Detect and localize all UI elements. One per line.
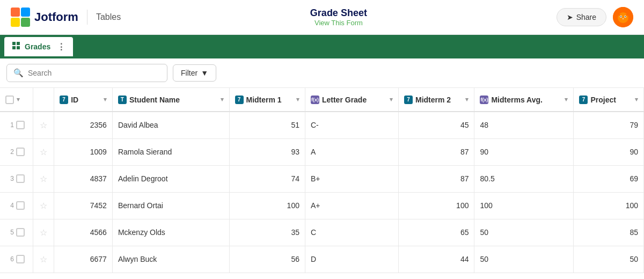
- cell-midterm2-3: 100: [399, 192, 474, 219]
- lettergrade-type-badge: f(x): [311, 96, 319, 104]
- cell-midtermsavg-3: 100: [474, 192, 574, 219]
- midtermsavg-sort-icon[interactable]: ▾: [565, 96, 568, 103]
- cell-name-5: Alwyn Buck: [112, 246, 229, 273]
- cell-project-5: 50: [574, 246, 644, 273]
- cell-midtermsavg-4: 50: [474, 219, 574, 246]
- cell-project-3: 100: [574, 192, 644, 219]
- col-header-project[interactable]: 7 Project ▾: [574, 88, 644, 112]
- row-num-3: 4: [5, 202, 14, 209]
- svg-rect-16: [17, 46, 20, 49]
- col-header-midterm1[interactable]: 7 Midterm 1 ▾: [229, 88, 305, 112]
- name-sort-icon[interactable]: ▾: [221, 96, 224, 103]
- cell-project-0: 79: [574, 112, 644, 138]
- cell-check-1: 2: [0, 138, 33, 165]
- header-center: Grade Sheet View This Form: [310, 8, 367, 27]
- col-header-name[interactable]: T Student Name ▾: [112, 88, 229, 112]
- cell-check-2: 3: [0, 165, 33, 192]
- page-title: Grade Sheet: [310, 8, 367, 19]
- filter-button[interactable]: Filter ▼: [173, 64, 216, 82]
- id-sort-icon[interactable]: ▾: [104, 96, 107, 103]
- project-sort-icon[interactable]: ▾: [635, 96, 638, 103]
- row-checkbox-0[interactable]: [16, 121, 25, 129]
- cell-midtermsavg-0: 48: [474, 112, 574, 138]
- search-input[interactable]: [28, 69, 160, 77]
- cell-lettergrade-5: D: [305, 246, 398, 273]
- cell-check-4: 5: [0, 219, 33, 246]
- cell-midterm2-2: 87: [399, 165, 474, 192]
- cell-star-5: ☆: [33, 246, 54, 273]
- row-checkbox-4[interactable]: [16, 228, 25, 237]
- tab-options-icon[interactable]: ⋮: [57, 42, 65, 52]
- row-checkbox-3[interactable]: [16, 201, 25, 210]
- svg-rect-14: [17, 42, 20, 45]
- cell-midterm1-0: 51: [229, 112, 305, 138]
- cell-id-2: 4837: [54, 165, 113, 192]
- col-header-id[interactable]: 7 ID ▾: [54, 88, 113, 112]
- star-icon-5[interactable]: ☆: [40, 255, 47, 264]
- col-header-lettergrade[interactable]: f(x) Letter Grade ▾: [305, 88, 398, 112]
- cell-midterm2-5: 44: [399, 246, 474, 273]
- cell-midterm1-1: 93: [229, 138, 305, 165]
- logo: Jotform: [11, 8, 78, 27]
- star-icon-0[interactable]: ☆: [40, 121, 47, 130]
- row-num-2: 3: [5, 175, 14, 182]
- cell-midtermsavg-5: 50: [474, 246, 574, 273]
- grid-icon: [12, 41, 20, 52]
- id-type-badge: 7: [60, 96, 68, 104]
- lettergrade-sort-icon[interactable]: ▾: [390, 96, 393, 103]
- col-midterm1-label: Midterm 1: [246, 96, 282, 104]
- header-checkbox[interactable]: [5, 96, 14, 104]
- table-row: 4 ☆ 7452 Bernard Ortai 100 A+ 100 100 10…: [0, 192, 644, 219]
- filter-label: Filter: [181, 69, 197, 77]
- table-row: 6 ☆ 6677 Alwyn Buck 56 D 44 50 50: [0, 246, 644, 273]
- header-checkbox-chevron[interactable]: ▾: [17, 96, 20, 103]
- project-type-badge: 7: [579, 96, 588, 104]
- svg-point-9: [625, 16, 626, 17]
- cell-name-4: Mckenzy Olds: [112, 219, 229, 246]
- col-header-midterm2[interactable]: 7 Midterm 2 ▾: [399, 88, 474, 112]
- midtermsavg-type-badge: f(x): [480, 96, 488, 104]
- table-row: 3 ☆ 4837 Adelin Degroot 74 B+ 87 80.5 69: [0, 165, 644, 192]
- jotform-logo-icon: [11, 8, 30, 27]
- cell-check-5: 6: [0, 246, 33, 273]
- cell-lettergrade-0: C-: [305, 112, 398, 138]
- col-lettergrade-label: Letter Grade: [322, 96, 367, 104]
- cell-name-0: David Albea: [112, 112, 229, 138]
- table-row: 5 ☆ 4566 Mckenzy Olds 35 C 65 50 85: [0, 219, 644, 246]
- search-box[interactable]: 🔍: [6, 64, 167, 82]
- search-icon: 🔍: [13, 68, 24, 78]
- grades-tab[interactable]: Grades ⋮: [4, 37, 73, 56]
- row-checkbox-5[interactable]: [16, 255, 25, 263]
- col-midterm2-label: Midterm 2: [415, 96, 451, 104]
- star-icon-4[interactable]: ☆: [40, 228, 47, 237]
- share-label: Share: [576, 13, 596, 21]
- col-header-check: ▾: [0, 88, 33, 112]
- cell-star-1: ☆: [33, 138, 54, 165]
- cell-project-4: 85: [574, 219, 644, 246]
- share-button[interactable]: ➤ Share: [557, 8, 606, 26]
- col-header-star: [33, 88, 54, 112]
- star-icon-1[interactable]: ☆: [40, 148, 47, 157]
- view-form-link[interactable]: View This Form: [310, 19, 367, 27]
- row-num-5: 6: [5, 255, 14, 263]
- cell-lettergrade-3: A+: [305, 192, 398, 219]
- cell-id-0: 2356: [54, 112, 113, 138]
- row-checkbox-1[interactable]: [16, 148, 25, 156]
- svg-point-12: [622, 18, 624, 19]
- cell-star-3: ☆: [33, 192, 54, 219]
- avatar: [613, 7, 633, 27]
- cell-lettergrade-2: B+: [305, 165, 398, 192]
- cell-star-2: ☆: [33, 165, 54, 192]
- cell-lettergrade-1: A: [305, 138, 398, 165]
- cell-star-4: ☆: [33, 219, 54, 246]
- midterm2-sort-icon[interactable]: ▾: [465, 96, 469, 103]
- star-icon-2[interactable]: ☆: [40, 174, 47, 183]
- name-type-badge: T: [118, 96, 127, 104]
- row-checkbox-2[interactable]: [16, 174, 25, 183]
- star-icon-3[interactable]: ☆: [40, 201, 47, 210]
- cell-midterm1-3: 100: [229, 192, 305, 219]
- midterm1-sort-icon[interactable]: ▾: [296, 96, 299, 103]
- data-table-wrapper: ▾ 7 ID ▾ T Student Name ▾: [0, 88, 644, 273]
- tab-label: Grades: [25, 42, 50, 51]
- col-header-midtermsavg[interactable]: f(x) Midterms Avg. ▾: [474, 88, 574, 112]
